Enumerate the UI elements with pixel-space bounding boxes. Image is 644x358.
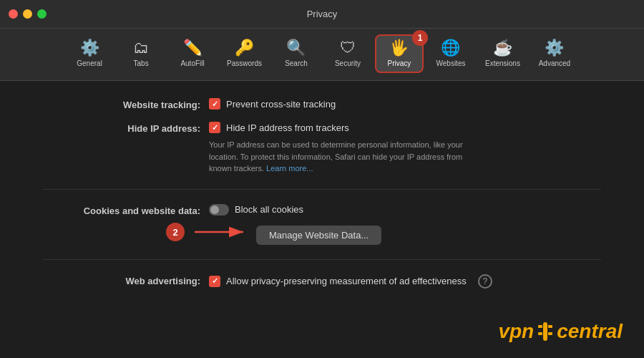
learn-more-link[interactable]: Learn more... <box>266 164 313 173</box>
website-tracking-controls: ✓ Prevent cross-site tracking <box>209 98 336 110</box>
cookies-value: Block all cookies <box>235 204 303 215</box>
web-advertising-label: Web advertising: <box>43 274 200 286</box>
main-content: Website tracking: ✓ Prevent cross-site t… <box>0 81 644 358</box>
advanced-icon: ⚙️ <box>545 40 564 56</box>
security-label: Security <box>335 59 361 67</box>
tab-extensions[interactable]: ☕ Extensions <box>478 36 527 72</box>
cookies-toggle[interactable] <box>209 204 229 216</box>
step-badge-1: 1 <box>412 30 428 46</box>
websites-icon: 🌐 <box>441 40 460 56</box>
advanced-label: Advanced <box>539 59 570 67</box>
extensions-label: Extensions <box>485 59 520 67</box>
cookies-label: Cookies and website data: <box>43 204 200 216</box>
search-label: Search <box>285 59 308 67</box>
brand-central-text: central <box>557 320 623 343</box>
website-tracking-inline: ✓ Prevent cross-site tracking <box>209 98 336 110</box>
tabs-icon: 🗂 <box>133 40 149 56</box>
divider-2 <box>43 259 601 260</box>
arrow-icon <box>192 223 249 241</box>
fullscreen-button[interactable] <box>37 9 47 19</box>
hide-ip-label: Hide IP address: <box>43 122 200 134</box>
checkbox-check-icon-2: ✓ <box>212 123 218 132</box>
search-icon: 🔍 <box>286 40 306 56</box>
tab-autofill[interactable]: ✏️ AutoFill <box>168 36 217 72</box>
hide-ip-inline: ✓ Hide IP address from trackers <box>209 122 481 133</box>
web-advertising-row: Web advertising: ✓ Allow privacy-preserv… <box>43 274 601 289</box>
autofill-label: AutoFill <box>180 59 204 67</box>
hide-ip-description: Your IP address can be used to determine… <box>209 139 481 175</box>
svg-rect-4 <box>548 325 552 328</box>
tab-advanced[interactable]: ⚙️ Advanced <box>530 36 579 72</box>
step-badge-2: 2 <box>166 223 185 241</box>
passwords-icon: 🔑 <box>235 40 254 56</box>
checkbox-check-icon-3: ✓ <box>212 276 218 286</box>
tab-tabs[interactable]: 🗂 Tabs <box>117 36 165 72</box>
general-icon: ⚙️ <box>80 40 99 56</box>
hide-ip-desc-text: Your IP address can be used to determine… <box>209 140 463 173</box>
hide-ip-value: Hide IP address from trackers <box>226 122 349 133</box>
web-advertising-checkbox[interactable]: ✓ <box>209 276 220 287</box>
title-bar: Privacy <box>0 0 644 29</box>
checkbox-check-icon: ✓ <box>212 100 218 109</box>
tab-security[interactable]: 🛡 Security <box>323 36 372 72</box>
svg-rect-5 <box>538 332 542 335</box>
close-button[interactable] <box>9 9 18 19</box>
toolbar: ⚙️ General 🗂 Tabs ✏️ AutoFill 🔑 Password… <box>0 29 644 81</box>
websites-label: Websites <box>436 59 466 67</box>
svg-rect-3 <box>538 325 542 328</box>
autofill-icon: ✏️ <box>183 40 203 56</box>
traffic-lights <box>9 9 47 19</box>
tab-websites[interactable]: 🌐 Websites <box>426 36 475 72</box>
branding: vpn central <box>498 319 623 344</box>
privacy-icon: 🖐 <box>389 40 409 56</box>
divider-1 <box>43 189 601 190</box>
brand-vpn-text: vpn <box>498 320 534 343</box>
passwords-label: Passwords <box>227 59 262 67</box>
tab-general[interactable]: ⚙️ General <box>65 36 114 72</box>
web-advertising-value: Allow privacy-preserving measurement of … <box>226 276 467 286</box>
website-tracking-value: Prevent cross-site tracking <box>226 99 336 110</box>
window-title: Privacy <box>307 9 338 19</box>
brand-logo-icon <box>535 319 555 344</box>
cookies-controls: Block all cookies 2 Manage Website Data.… <box>209 204 381 245</box>
website-tracking-label: Website tracking: <box>43 98 200 110</box>
website-tracking-checkbox[interactable]: ✓ <box>209 98 220 110</box>
security-icon: 🛡 <box>340 40 356 56</box>
privacy-label: Privacy <box>388 59 411 67</box>
svg-rect-6 <box>548 332 552 335</box>
cookies-row: Cookies and website data: Block all cook… <box>43 204 601 245</box>
extensions-icon: ☕ <box>493 40 512 56</box>
hide-ip-controls: ✓ Hide IP address from trackers Your IP … <box>209 122 481 175</box>
general-label: General <box>77 59 102 67</box>
tabs-label: Tabs <box>134 59 149 67</box>
help-icon[interactable]: ? <box>478 274 492 289</box>
minimize-button[interactable] <box>23 9 32 19</box>
svg-rect-2 <box>543 322 547 341</box>
tab-search[interactable]: 🔍 Search <box>272 36 321 72</box>
toggle-knob-icon <box>210 205 219 214</box>
website-tracking-row: Website tracking: ✓ Prevent cross-site t… <box>43 98 601 110</box>
manage-website-data-button[interactable]: Manage Website Data... <box>256 226 381 245</box>
tab-passwords[interactable]: 🔑 Passwords <box>220 36 269 72</box>
cookies-inline: Block all cookies <box>209 204 381 216</box>
hide-ip-checkbox[interactable]: ✓ <box>209 122 220 133</box>
web-advertising-inline: ✓ Allow privacy-preserving measurement o… <box>209 274 492 289</box>
tab-privacy[interactable]: 1 🖐 Privacy <box>375 34 424 73</box>
arrow-annotation: 2 Manage Website Data... <box>166 220 381 245</box>
hide-ip-row: Hide IP address: ✓ Hide IP address from … <box>43 122 601 175</box>
web-advertising-controls: ✓ Allow privacy-preserving measurement o… <box>209 274 492 289</box>
